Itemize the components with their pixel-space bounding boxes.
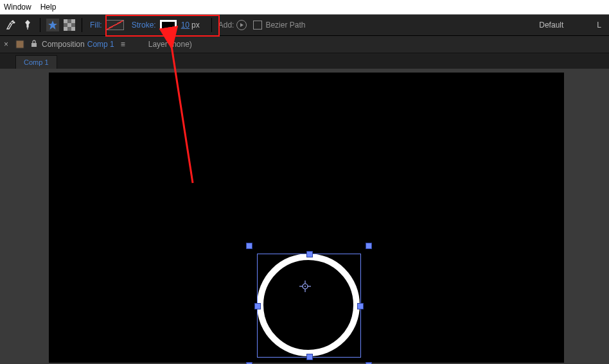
fill-stroke-group: Fill: Stroke: 10 px <box>86 15 207 35</box>
svg-rect-5 <box>67 23 71 27</box>
composition-icon <box>15 40 24 49</box>
selection-handle-right-mid[interactable] <box>357 303 364 309</box>
selection-handle-top-left[interactable] <box>246 243 252 249</box>
selection-handle-top-mid[interactable] <box>306 251 313 257</box>
star-tool-icon[interactable] <box>46 19 59 31</box>
stroke-swatch[interactable] <box>160 20 177 30</box>
app-toolbar: Fill: Stroke: 10 px Add: Bezier Path Def… <box>0 15 609 36</box>
px-label: px <box>191 21 200 30</box>
svg-point-1 <box>13 22 15 24</box>
layer-value: (none) <box>170 40 192 49</box>
composition-viewer[interactable] <box>0 69 609 364</box>
bezier-checkbox[interactable] <box>253 21 262 30</box>
layer-label: Layer <box>148 40 168 49</box>
workspace-right-cut: L <box>597 21 601 30</box>
menu-window[interactable]: Window <box>4 3 31 12</box>
selection-bounding-box[interactable] <box>257 254 361 358</box>
transparency-grid-icon[interactable] <box>63 19 76 31</box>
os-menu-bar: Window Help <box>0 0 609 15</box>
layer-panel-link[interactable]: Layer (none) <box>148 40 192 49</box>
pin-tool-icon[interactable] <box>21 19 34 31</box>
add-menu-icon[interactable] <box>236 20 247 30</box>
svg-rect-4 <box>71 19 75 23</box>
selection-handle-left-mid[interactable] <box>254 303 261 309</box>
fill-label[interactable]: Fill: <box>90 21 102 30</box>
lock-icon[interactable] <box>30 40 38 49</box>
stroke-width-value[interactable]: 10 <box>181 21 190 30</box>
selection-handle-top-right[interactable] <box>366 243 372 249</box>
composition-name-link[interactable]: Comp 1 <box>87 40 114 49</box>
svg-point-15 <box>304 286 306 287</box>
shape-layer <box>0 69 609 364</box>
panel-close-icon[interactable]: × <box>4 40 8 49</box>
menu-help[interactable]: Help <box>40 3 57 12</box>
svg-rect-9 <box>31 43 37 47</box>
workspace-switcher[interactable]: Default L <box>539 15 601 35</box>
svg-rect-7 <box>71 27 75 31</box>
svg-rect-8 <box>16 40 24 48</box>
stroke-label[interactable]: Stroke: <box>132 21 156 30</box>
bezier-label: Bezier Path <box>265 21 305 30</box>
tab-comp1[interactable]: Comp 1 <box>15 55 57 69</box>
selection-handle-bottom-mid[interactable] <box>306 354 313 360</box>
panel-header: × Composition Comp 1 ≡ Layer (none) <box>0 36 609 53</box>
add-label: Add: <box>218 21 234 30</box>
puppet-tool-icon[interactable] <box>4 19 17 31</box>
composition-label: Composition <box>42 40 85 49</box>
svg-rect-6 <box>64 27 67 31</box>
panel-menu-icon[interactable]: ≡ <box>121 40 125 49</box>
composition-tab-row: Comp 1 <box>0 53 609 69</box>
anchor-point-icon[interactable] <box>299 281 311 292</box>
fill-swatch[interactable] <box>106 20 124 30</box>
workspace-name: Default <box>539 21 563 30</box>
svg-rect-3 <box>64 19 67 23</box>
